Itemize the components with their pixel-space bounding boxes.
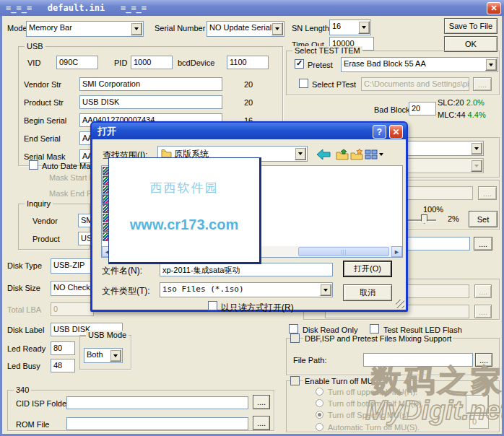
titlebar[interactable]: =_=_= default.ini =_=_= [0, 0, 504, 16]
watermark-site-url: www.cr173.com [109, 217, 259, 233]
vendor-str-count: 20 [244, 80, 253, 89]
product-str-label: Product Str [24, 98, 64, 107]
serial-number-select[interactable]: NO Update Serial [207, 21, 284, 37]
inquiry-vendor-label: Vendor [32, 217, 58, 225]
file-name-label: 文件名(N): [102, 265, 142, 277]
percent-100-label: 100% [423, 205, 443, 214]
settings-browse-button: .... [478, 186, 497, 200]
rom-file-input[interactable] [66, 417, 248, 430]
ok-button[interactable]: OK [444, 36, 498, 52]
sn-length-select[interactable]: 16 [329, 19, 371, 35]
disk-type-select[interactable]: USB-ZIP [51, 258, 94, 274]
rom-file-label: ROM File [16, 420, 49, 429]
turnoff-group-title: Enable Turn off MU [303, 377, 375, 385]
up-folder-icon[interactable] [336, 149, 349, 160]
back-icon[interactable] [316, 149, 331, 160]
views-menu-icon[interactable] [365, 149, 383, 160]
product-str-input[interactable]: USB DISK [79, 95, 222, 109]
file-path-input[interactable] [363, 353, 473, 367]
file-path-label: File Path: [293, 356, 326, 365]
chevron-down-icon[interactable] [295, 147, 306, 160]
chevron-down-icon[interactable] [471, 142, 482, 154]
mlc-count: MLC:44 [438, 110, 466, 119]
test-item-group-title: Select TEST ITEM [292, 46, 362, 55]
total-lba-input: 0 [51, 302, 94, 316]
pid-input[interactable]: 1000 [131, 56, 173, 69]
rom-file-browse-button[interactable]: .... [253, 416, 270, 430]
product-str-count: 20 [244, 98, 253, 107]
file-type-label: 文件类型(T): [102, 285, 150, 297]
slc-stat: SLC:20 2.0% [438, 98, 485, 107]
pretest-select[interactable]: Erase Bad Block 55 AA [341, 57, 498, 72]
dialog-titlebar[interactable]: 打开 [92, 123, 407, 139]
right-browse-button-1: .... [474, 284, 492, 298]
close-icon[interactable]: ✕ [487, 2, 501, 14]
auto-date-checkbox[interactable] [29, 160, 38, 170]
save-to-file-button[interactable]: Save To File [444, 18, 498, 34]
disk-read-only-checkbox[interactable] [289, 324, 298, 333]
pretest-checkbox[interactable] [295, 59, 304, 69]
end-serial-label: End Serial [24, 134, 61, 143]
led-busy-label: Led Busy [7, 362, 40, 370]
select-ptest-checkbox[interactable] [299, 79, 308, 88]
radio-turnoff-specific [316, 411, 323, 419]
mixing-checkbox[interactable] [290, 333, 300, 343]
serial-number-label: Serial Number [155, 24, 205, 32]
iso-browse-button[interactable]: .... [474, 237, 492, 250]
test-result-led-checkbox[interactable] [370, 324, 379, 333]
cid-isp-folder-input[interactable] [66, 396, 248, 409]
scroll-right-icon[interactable]: ► [391, 246, 402, 257]
inquiry-product-label: Product [32, 235, 60, 243]
usb-mode-select[interactable]: Both [84, 348, 123, 363]
chevron-down-icon[interactable] [358, 21, 370, 34]
disk-size-select[interactable]: NO Check [51, 281, 94, 296]
cid-isp-browse-button[interactable]: .... [253, 395, 270, 409]
file-name-input[interactable]: xp-2011-集成sata驱动 [160, 263, 333, 276]
resize-grip[interactable] [396, 300, 404, 308]
ptest-path-input: C:\Documents and Settings\pit [361, 77, 469, 91]
file-type-select[interactable]: iso Files (*.iso) [160, 282, 333, 297]
chevron-down-icon[interactable] [485, 58, 497, 71]
set-button[interactable]: Set [469, 211, 498, 227]
file-type-value: iso Files (*.iso) [162, 284, 244, 294]
enable-turnoff-checkbox[interactable] [290, 376, 300, 385]
disk-read-only-label: Disk Read Only [303, 326, 357, 334]
radio-turnoff-bottom-label: Turn off bottom half MU(B). [328, 399, 424, 408]
window-title: =_=_= default.ini =_=_= [6, 3, 147, 13]
file-path-browse-button[interactable]: .... [475, 353, 492, 367]
vendor-str-input[interactable]: SMI Corporation [79, 77, 222, 91]
mlc-percent: 4.4% [468, 110, 486, 119]
scrollbar-thumb[interactable] [298, 247, 389, 256]
disk-type-label: Disk Type [7, 261, 42, 270]
bad-block-input[interactable]: 20 [409, 102, 436, 115]
close-icon[interactable]: ✕ [389, 125, 403, 139]
serial-number-value: NO Update Serial [209, 23, 271, 32]
slc-count: SLC:20 [438, 98, 464, 107]
led-ready-label: Led Ready [7, 344, 45, 353]
vid-input[interactable]: 090C [56, 56, 98, 69]
chevron-down-icon[interactable] [131, 22, 142, 35]
radio-turnoff-upper [316, 388, 323, 396]
radio-turnoff-specific-label: Turn off Specific MU(s) [328, 411, 409, 419]
led-busy-input[interactable]: 48 [51, 359, 75, 372]
chevron-down-icon[interactable] [110, 349, 121, 362]
slc-percent: 2.0% [466, 98, 485, 107]
chevron-down-icon[interactable] [320, 284, 331, 296]
new-folder-icon[interactable] [350, 149, 363, 160]
open-button[interactable]: 打开(O) [343, 261, 392, 277]
usb-mode-group-title: USB Mode [86, 331, 129, 339]
help-icon[interactable]: ? [373, 125, 386, 139]
usb-group-title: USB [25, 42, 45, 51]
radio-turnoff-auto-label: Automatic Turn off MU(S). [328, 423, 420, 432]
inquiry-group-title: Inquiry [25, 199, 53, 208]
cancel-button[interactable]: 取消 [343, 284, 392, 301]
read-only-checkbox[interactable] [208, 301, 217, 310]
mlc-stat: MLC:44 4.4% [438, 110, 486, 119]
mptool-window: =_=_= default.ini =_=_= ✕ Mode Memory Ba… [0, 0, 504, 436]
group-340-title: 340 [14, 385, 31, 394]
bcddevice-input[interactable]: 1100 [227, 56, 269, 69]
vid-label: VID [27, 58, 40, 67]
chevron-down-icon[interactable] [271, 22, 283, 35]
mode-select[interactable]: Memory Bar [26, 21, 144, 37]
led-ready-input[interactable]: 80 [51, 341, 75, 355]
